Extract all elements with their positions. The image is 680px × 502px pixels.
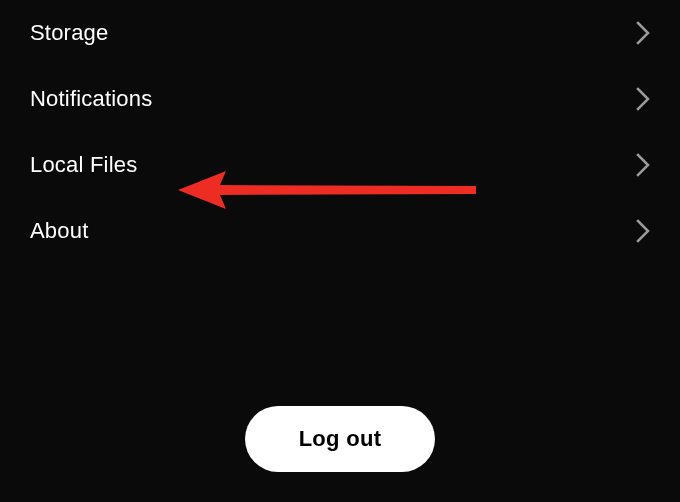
settings-item-label: About	[30, 218, 89, 244]
chevron-right-icon	[636, 219, 650, 243]
settings-list: Storage Notifications Local Files About	[0, 0, 680, 264]
settings-item-notifications[interactable]: Notifications	[0, 66, 680, 132]
logout-container: Log out	[0, 406, 680, 472]
chevron-right-icon	[636, 153, 650, 177]
logout-button[interactable]: Log out	[245, 406, 436, 472]
chevron-right-icon	[636, 21, 650, 45]
settings-item-label: Storage	[30, 20, 108, 46]
chevron-right-icon	[636, 87, 650, 111]
settings-item-label: Local Files	[30, 152, 137, 178]
settings-item-about[interactable]: About	[0, 198, 680, 264]
settings-item-label: Notifications	[30, 86, 152, 112]
settings-item-local-files[interactable]: Local Files	[0, 132, 680, 198]
settings-item-storage[interactable]: Storage	[0, 0, 680, 66]
